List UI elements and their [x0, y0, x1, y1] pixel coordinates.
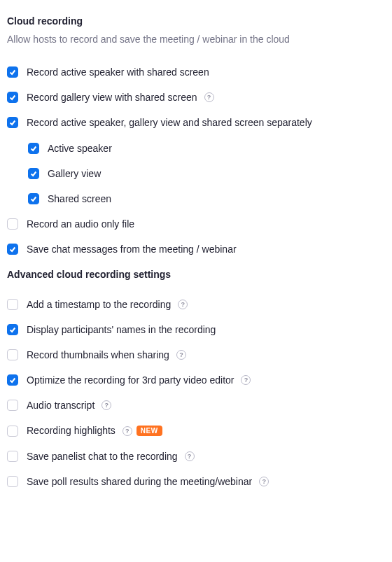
subopt-label-0: Active speaker [48, 142, 112, 155]
opt1-row-1: Record gallery view with shared screen? [7, 91, 385, 104]
opt2-checkbox-2[interactable] [7, 349, 18, 360]
subopt-checkbox-2[interactable] [28, 193, 39, 204]
subopt-checkbox-1[interactable] [28, 168, 39, 179]
opt1-row-2: Record active speaker, gallery view and … [7, 116, 385, 129]
opt2-checkbox-1[interactable] [7, 324, 18, 335]
opt1-checkbox-1[interactable] [7, 92, 18, 103]
opt2-label-3: Optimize the recording for 3rd party vid… [27, 374, 234, 386]
opt2-row-0: Add a timestamp to the recording? [7, 298, 385, 311]
subopt-row-0: Active speaker [28, 142, 385, 155]
help-icon[interactable]: ? [259, 477, 269, 486]
opt1-label-0: Record active speaker with shared screen [27, 66, 209, 78]
help-icon[interactable]: ? [204, 92, 214, 102]
opt2-row-2: Record thumbnails when sharing? [7, 349, 385, 361]
opt2-row-3: Optimize the recording for 3rd party vid… [7, 374, 385, 386]
help-icon[interactable]: ? [122, 426, 132, 436]
opt2-checkbox-3[interactable] [7, 374, 18, 386]
opt1-label-1: Record gallery view with shared screen [27, 91, 197, 104]
subopt-checkbox-0[interactable] [28, 143, 39, 154]
section-description: Allow hosts to record and save the meeti… [7, 34, 385, 45]
options-group-1: Record active speaker with shared screen… [7, 66, 385, 129]
opt2-label-0: Add a timestamp to the recording [27, 298, 171, 311]
opt2-label-7: Save poll results shared during the meet… [27, 475, 252, 488]
help-icon[interactable]: ? [176, 350, 186, 360]
section-title-advanced: Advanced cloud recording settings [7, 269, 385, 280]
options-group-2: Add a timestamp to the recording?Display… [7, 298, 385, 489]
opt2-checkbox-6[interactable] [7, 451, 18, 462]
opt2-checkbox-0[interactable] [7, 299, 18, 310]
options-group-1b: Record an audio only fileSave chat messa… [7, 218, 385, 255]
section-title-cloud-recording: Cloud recording [7, 15, 385, 27]
opt2-row-5: Recording highlights?NEW [7, 424, 385, 437]
opt1b-row-0: Record an audio only file [7, 218, 385, 230]
opt1b-label-1: Save chat messages from the meeting / we… [27, 243, 237, 255]
subopt-label-2: Shared screen [48, 192, 111, 205]
opt1-checkbox-0[interactable] [7, 66, 18, 78]
opt2-label-2: Record thumbnails when sharing [27, 349, 169, 361]
opt1-checkbox-2[interactable] [7, 117, 18, 128]
opt1b-checkbox-0[interactable] [7, 218, 18, 230]
opt2-row-4: Audio transcript? [7, 399, 385, 412]
new-badge: NEW [136, 426, 162, 436]
opt2-row-7: Save poll results shared during the meet… [7, 475, 385, 488]
subopt-row-1: Gallery view [28, 167, 385, 180]
opt2-checkbox-5[interactable] [7, 426, 18, 437]
opt1-label-2: Record active speaker, gallery view and … [27, 116, 312, 129]
opt2-label-6: Save panelist chat to the recording [27, 450, 178, 463]
opt2-row-1: Display participants' names in the recor… [7, 323, 385, 336]
opt1b-label-0: Record an audio only file [27, 218, 134, 230]
opt1-row-0: Record active speaker with shared screen [7, 66, 385, 78]
subopt-label-1: Gallery view [48, 167, 101, 180]
opt2-checkbox-7[interactable] [7, 476, 18, 487]
opt2-label-4: Audio transcript [27, 399, 94, 412]
sub-options-group: Active speakerGallery viewShared screen [28, 142, 385, 206]
help-icon[interactable]: ? [185, 451, 195, 461]
opt1b-checkbox-1[interactable] [7, 244, 18, 255]
opt2-label-5: Recording highlights [27, 424, 115, 437]
subopt-row-2: Shared screen [28, 192, 385, 205]
opt2-row-6: Save panelist chat to the recording? [7, 450, 385, 463]
help-icon[interactable]: ? [178, 300, 188, 309]
help-icon[interactable]: ? [102, 400, 111, 410]
opt1b-row-1: Save chat messages from the meeting / we… [7, 243, 385, 255]
opt2-checkbox-4[interactable] [7, 400, 18, 411]
opt2-label-1: Display participants' names in the recor… [27, 323, 216, 336]
help-icon[interactable]: ? [241, 375, 251, 385]
